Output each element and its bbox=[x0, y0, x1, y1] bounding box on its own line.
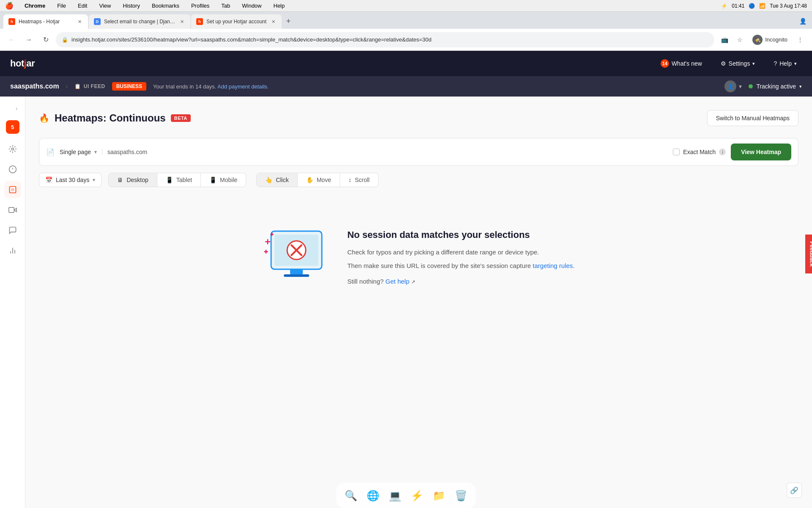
tab-close-django[interactable]: ✕ bbox=[178, 18, 185, 25]
sidebar-item-recordings[interactable] bbox=[4, 202, 21, 218]
dock-item-spark[interactable]: ⚡ bbox=[408, 486, 426, 505]
exact-match-info-icon[interactable]: i bbox=[719, 149, 726, 155]
whats-new-label: What's new bbox=[672, 60, 702, 67]
url-text: insights.hotjar.com/sites/2536100/heatma… bbox=[71, 36, 708, 43]
whats-new-button[interactable]: 14 What's new bbox=[656, 57, 707, 70]
new-tab-button[interactable]: + bbox=[283, 15, 294, 27]
hotjar-main: › 5 bbox=[0, 97, 812, 508]
move-label: Move bbox=[317, 177, 331, 183]
tab-setup[interactable]: h Set up your Hotjar account ✕ bbox=[191, 14, 282, 29]
battery-icon: ⚡ bbox=[721, 3, 727, 9]
empty-text: No session data matches your selections … bbox=[347, 223, 575, 285]
cast-button[interactable]: 📺 bbox=[718, 33, 731, 47]
edit-menu-item[interactable]: Edit bbox=[75, 2, 90, 10]
desktop-label: Desktop bbox=[126, 177, 148, 183]
trial-text: Your trial ends in 14 days. Add payment … bbox=[153, 83, 269, 90]
get-help-link[interactable]: Get help bbox=[385, 278, 409, 285]
switch-heatmaps-button[interactable]: Switch to Manual Heatmaps bbox=[707, 110, 798, 126]
add-payment-link[interactable]: Add payment details bbox=[217, 83, 267, 90]
tab-menu-item[interactable]: Tab bbox=[219, 2, 233, 10]
page-type-label: Single page bbox=[60, 149, 91, 155]
bookmark-button[interactable]: ☆ bbox=[733, 33, 746, 47]
url-bar[interactable]: 🔒 insights.hotjar.com/sites/2536100/heat… bbox=[56, 32, 714, 47]
dock-item-finder2[interactable]: 📁 bbox=[430, 486, 448, 505]
link-icon-button[interactable]: 🔗 bbox=[787, 483, 802, 498]
sidebar-item-heatmaps[interactable] bbox=[4, 181, 21, 198]
sidebar-item-feedback[interactable] bbox=[4, 222, 21, 239]
hotjar-topnav: hotjar 14 What's new ⚙ Settings ▾ ? Help… bbox=[0, 51, 812, 76]
sidebar-collapse-button[interactable]: › bbox=[11, 103, 22, 113]
tablet-icon: 📱 bbox=[166, 177, 173, 183]
page-title: Heatmaps: Continuous bbox=[55, 112, 166, 124]
device-tab-mobile[interactable]: 📱 Mobile bbox=[201, 173, 246, 187]
bookmarks-menu-item[interactable]: Bookmarks bbox=[149, 2, 182, 10]
chrome-menu-item[interactable]: Chrome bbox=[22, 2, 48, 10]
svg-rect-15 bbox=[290, 269, 303, 274]
move-icon: ✋ bbox=[306, 177, 313, 183]
file-menu-item[interactable]: File bbox=[55, 2, 69, 10]
hotjar-logo[interactable]: hotjar bbox=[10, 58, 35, 69]
svg-rect-6 bbox=[8, 207, 14, 213]
settings-button[interactable]: ⚙ Settings ▾ bbox=[716, 58, 760, 69]
history-menu-item[interactable]: History bbox=[120, 2, 142, 10]
tab-close-setup[interactable]: ✕ bbox=[270, 18, 277, 25]
interaction-tab-click[interactable]: 👆 Click bbox=[257, 173, 297, 187]
tracking-active-indicator[interactable]: Tracking active ▾ bbox=[749, 83, 802, 90]
apple-logo-icon[interactable]: 🍎 bbox=[5, 2, 14, 10]
sidebar-notification-badge[interactable]: 5 bbox=[6, 120, 19, 134]
filter-row: 📄 Single page ▾ Exact Match i View Heatm… bbox=[39, 138, 798, 166]
forward-button[interactable]: → bbox=[22, 33, 36, 47]
dock-item-terminal[interactable]: 💻 bbox=[386, 486, 404, 505]
device-tab-desktop[interactable]: 🖥 Desktop bbox=[109, 173, 157, 187]
help-menu-item[interactable]: Help bbox=[271, 2, 288, 10]
tab-title-django: Select email to change | Djang... bbox=[104, 19, 175, 25]
view-menu-item[interactable]: View bbox=[96, 2, 113, 10]
exact-match-checkbox[interactable] bbox=[673, 149, 680, 155]
ui-feed-badge[interactable]: 📋 UI FEED bbox=[74, 83, 105, 89]
address-bar: ← → ↻ 🔒 insights.hotjar.com/sites/253610… bbox=[0, 29, 812, 51]
help-button[interactable]: ? Help ▾ bbox=[768, 58, 802, 69]
svg-point-0 bbox=[11, 148, 14, 150]
profile-icon[interactable]: 👤 bbox=[797, 15, 809, 27]
tab-close-heatmaps[interactable]: ✕ bbox=[76, 18, 83, 25]
refresh-button[interactable]: ↻ bbox=[39, 33, 52, 47]
interaction-tab-move[interactable]: ✋ Move bbox=[298, 173, 340, 187]
empty-state: No session data matches your selections … bbox=[39, 197, 798, 316]
interaction-tab-scroll[interactable]: ↕ Scroll bbox=[340, 173, 378, 187]
user-avatar-button[interactable]: 👤 ▾ bbox=[724, 80, 742, 92]
dock-item-finder[interactable]: 🔍 bbox=[342, 486, 360, 505]
whats-new-badge: 14 bbox=[661, 59, 669, 68]
tab-django[interactable]: D Select email to change | Djang... ✕ bbox=[89, 14, 190, 29]
heatmap-title-icon: 🔥 bbox=[39, 113, 49, 123]
calendar-icon: 📅 bbox=[45, 177, 52, 183]
view-heatmap-button[interactable]: View Heatmap bbox=[731, 144, 791, 160]
incognito-profile[interactable]: 🕵 Incognito bbox=[748, 33, 792, 47]
tab-favicon-django: D bbox=[94, 18, 101, 25]
profiles-menu-item[interactable]: Profiles bbox=[189, 2, 212, 10]
sidebar-item-alerts[interactable] bbox=[4, 161, 21, 178]
tab-heatmaps[interactable]: h Heatmaps - Hotjar ✕ bbox=[3, 14, 88, 29]
sidebar-item-analytics[interactable] bbox=[4, 242, 21, 259]
svg-marker-5 bbox=[14, 208, 16, 212]
date-range-select[interactable]: 📅 Last 30 days ▾ bbox=[39, 173, 102, 187]
business-badge[interactable]: BUSINESS bbox=[112, 82, 146, 91]
page-type-select[interactable]: Single page ▾ bbox=[60, 149, 102, 155]
ui-feed-icon: 📋 bbox=[74, 83, 81, 89]
subnav-divider-icon: › bbox=[66, 83, 68, 90]
url-filter-input[interactable] bbox=[107, 149, 668, 155]
device-tab-tablet[interactable]: 📱 Tablet bbox=[157, 173, 201, 187]
date-range-label: Last 30 days bbox=[56, 177, 89, 183]
site-name[interactable]: saaspaths.com bbox=[10, 83, 59, 90]
sidebar-item-dashboard[interactable] bbox=[4, 141, 21, 157]
tab-bar: h Heatmaps - Hotjar ✕ D Select email to … bbox=[0, 12, 812, 29]
help-chevron-icon: ▾ bbox=[794, 61, 797, 66]
bluetooth-icon: 🔵 bbox=[749, 3, 755, 9]
window-menu-item[interactable]: Window bbox=[239, 2, 264, 10]
ui-feed-label: UI FEED bbox=[84, 83, 105, 89]
feedback-button[interactable]: Feedback bbox=[806, 235, 812, 273]
dock-item-trash[interactable]: 🗑️ bbox=[452, 486, 470, 505]
extensions-button[interactable]: ⋮ bbox=[793, 33, 807, 47]
targeting-rules-link[interactable]: targeting rules bbox=[533, 262, 573, 269]
dock-item-chrome[interactable]: 🌐 bbox=[364, 486, 382, 505]
back-button[interactable]: ← bbox=[5, 33, 19, 47]
